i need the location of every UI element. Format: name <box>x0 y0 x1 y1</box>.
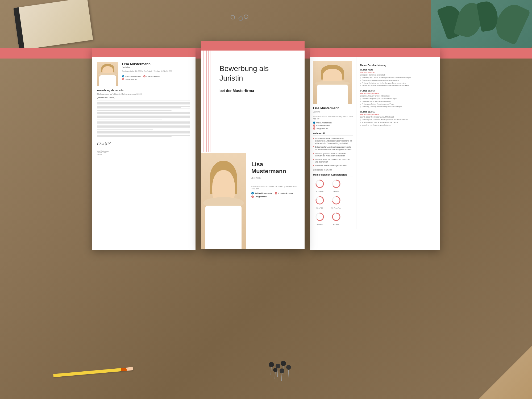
signature-area: Charlyne <box>97 141 190 149</box>
job-3-bullet-text-1: Erstellung von Gutachten, Beratungsnotiz… <box>362 119 408 121</box>
job-2: 04.2011–08.2015 Wirtschaftsjuristin Lief… <box>360 90 437 108</box>
body-paragraph-1 <box>97 101 190 111</box>
doc-middle-photo <box>201 153 246 249</box>
cv-xing-icon: ✕ <box>313 124 315 127</box>
job-3-company: Law & Order Rechtsberatung, Mittelstadt <box>360 116 437 118</box>
svg-line-21 <box>275 372 275 379</box>
job-2-bullet-4: Erstellung, Prüfung und Verwaltung von L… <box>360 106 437 108</box>
job-2-bullet-dot-3 <box>360 104 361 105</box>
job-1-bullet-text-2: Überwachung des Konzessionsänderungsgesc… <box>362 80 399 82</box>
skill-label-MS Excel: MS Excel <box>313 224 326 225</box>
email-text: Lisa@name.de <box>125 78 137 80</box>
job-1-company: Zinsglück Bank AG, Großstadt <box>360 74 437 76</box>
email-text-middle: Lisa@name.de <box>255 196 267 198</box>
body-paragraph-2 <box>97 112 190 119</box>
cv-linkedin-icon: in <box>313 122 315 124</box>
svg-point-22 <box>280 368 284 373</box>
svg-point-20 <box>273 368 277 372</box>
svg-point-11 <box>332 213 340 221</box>
email-icon: @ <box>122 78 124 80</box>
profil-text-5: Außerdem arbeite ich sehr gern im Team. <box>315 164 347 167</box>
job-2-date: 04.2011–08.2015 <box>360 90 437 92</box>
linkedin-contact: in /in/Lisa-Mustermann <box>122 75 141 77</box>
job-3: 09.2006–03.2011 Wirtschaftsjuristin Law … <box>360 111 437 126</box>
doc-right-header <box>310 48 440 57</box>
job-3-bullet-dot-3 <box>360 125 361 126</box>
avatar-left <box>97 62 118 86</box>
avatar-body-left <box>99 75 116 86</box>
bullet-1 <box>313 138 314 139</box>
avatar-sim-middle <box>201 153 246 249</box>
vline-4 <box>208 51 209 152</box>
skill-legalnio: Legalnio <box>330 179 343 192</box>
avatar-sim-left <box>97 62 118 86</box>
linkedin-icon-middle: in <box>251 192 254 194</box>
left-doc-name: Lisa Mustermann <box>122 62 172 66</box>
bullet-3 <box>313 153 314 154</box>
xing-icon-middle: ✕ <box>275 192 277 194</box>
left-doc-contacts: in /in/Lisa-Mustermann ✕ /Lisa-Musterman… <box>122 75 172 77</box>
cv-linkedin: in /in/Lisa-Mustermann <box>313 122 353 124</box>
cv-name: Lisa Mustermann <box>313 106 353 110</box>
linkedin-icon: in <box>122 75 124 77</box>
job-1-bullet-dot-2 <box>360 80 361 81</box>
avatar-sim-cv <box>313 61 352 104</box>
doc-middle-info: Lisa Mustermann Juristin Fantasiestraße … <box>246 153 305 249</box>
job-2-bullet-text-4: Erstellung, Prüfung und Verwaltung von L… <box>362 106 402 108</box>
signature-name: Lisa Mustermann Juristin GmbH Juristin <box>97 150 190 155</box>
job-1: 09.2015–heute Senior-Juristin Zinsglück … <box>360 69 437 87</box>
job-2-bullet-dot-4 <box>360 106 361 107</box>
job-1-bullet-text-4: Juristische Beratung und vollumfängliche… <box>362 85 409 87</box>
xing-icon: ✕ <box>143 75 146 77</box>
linkedin-text: /in/Lisa-Mustermann <box>125 76 141 77</box>
skill-donut-MS PowerPoint <box>331 196 341 205</box>
skill-donut-MS Excel <box>315 212 325 222</box>
vline-5 <box>210 51 210 152</box>
profil-item-4: In meiner Arbeit bin ich besonders struk… <box>313 158 353 163</box>
job-2-role: Wirtschaftsjuristin <box>360 92 437 95</box>
doc-left-content: Lisa Mustermann Juristin Fantasiestraße … <box>92 57 196 160</box>
xing-contact: ✕ /Lisa-Mustermann <box>143 75 160 77</box>
job-1-bullets: Vertretung des Hauses bei allen gerichtl… <box>360 77 437 87</box>
body-paragraph-4 <box>97 131 190 137</box>
skill-donut-Legalnio <box>331 179 341 189</box>
job-3-bullet-3: Vornahme von Verwertungsmaßnahmen <box>360 124 437 126</box>
job-2-bullet-text-1: Rechtliche Begleitung von Produktentwick… <box>362 98 397 100</box>
linkedin-row-middle: in /in/Lisa-Mustermann ✕ /Lisa-Musterman… <box>251 192 299 194</box>
skills-section-title: Meine digitalen Kompetenzen <box>313 173 353 177</box>
svg-line-15 <box>277 368 278 377</box>
doc-middle-bottom: Lisa Mustermann Juristin Fantasiestraße … <box>201 153 305 249</box>
skills-section: Meine digitalen Kompetenzen ACTAPORT Leg… <box>313 173 353 225</box>
job-2-bullet-1: Rechtliche Begleitung von Produktentwick… <box>360 98 437 100</box>
job-3-bullet-1: Erstellung von Gutachten, Beratungsnotiz… <box>360 119 437 121</box>
job-3-date: 09.2006–03.2011 <box>360 111 437 113</box>
cv-document: Lisa Mustermann Juristin Fantasiestraße … <box>310 48 440 250</box>
vline-3 <box>206 51 207 152</box>
job-1-bullet-dot-1 <box>360 77 361 78</box>
job-1-bullet-2: Überwachung des Konzessionsänderungsgesc… <box>360 80 437 82</box>
bullet-2 <box>313 146 314 147</box>
left-doc-header-info: Lisa Mustermann Juristin Fantasiestraße … <box>122 62 172 86</box>
ref-line: Stellenanzeige auf jobjob.de, Referenznu… <box>97 93 190 95</box>
skill-label-WinMACS: WinMACS <box>313 207 326 209</box>
svg-line-13 <box>271 367 271 375</box>
bewerbung-title: Bewerbung als Juristin <box>219 64 294 83</box>
body-paragraph-3 <box>97 121 190 130</box>
job-2-bullet-2: Betreuung des Schlichtstellenverfahrens <box>360 101 437 103</box>
documents-container: Lisa Mustermann Juristin Fantasiestraße … <box>0 40 532 399</box>
left-doc-address: Fantasiestraße 14, 33114 Großstadt | Tel… <box>122 70 172 74</box>
person-address-middle: Fantasiestraße 14, 33114 Großstadt | Tel… <box>251 185 299 190</box>
left-doc-title: Juristin <box>122 66 172 69</box>
svg-line-19 <box>288 370 289 378</box>
job-3-bullet-2: Erschlossen vor Gericht, bei Gerichten u… <box>360 122 437 124</box>
svg-line-23 <box>281 373 282 381</box>
vline-1 <box>203 51 203 152</box>
profil-text-4: In meiner Arbeit bin ich besonders struk… <box>315 158 353 163</box>
skills-row: ACTAPORT Legalnio WinMACS MS PowerPoint <box>313 179 353 225</box>
erfahrung-section-title: Meine Berufserfahrung <box>360 64 437 67</box>
skill-donut-MS Word <box>331 212 341 222</box>
bullet-5 <box>313 165 314 166</box>
salutation: geehrter Herr Muster, <box>97 97 190 98</box>
vline-2 <box>205 51 205 152</box>
skill-donut-WinMACS <box>315 196 325 205</box>
